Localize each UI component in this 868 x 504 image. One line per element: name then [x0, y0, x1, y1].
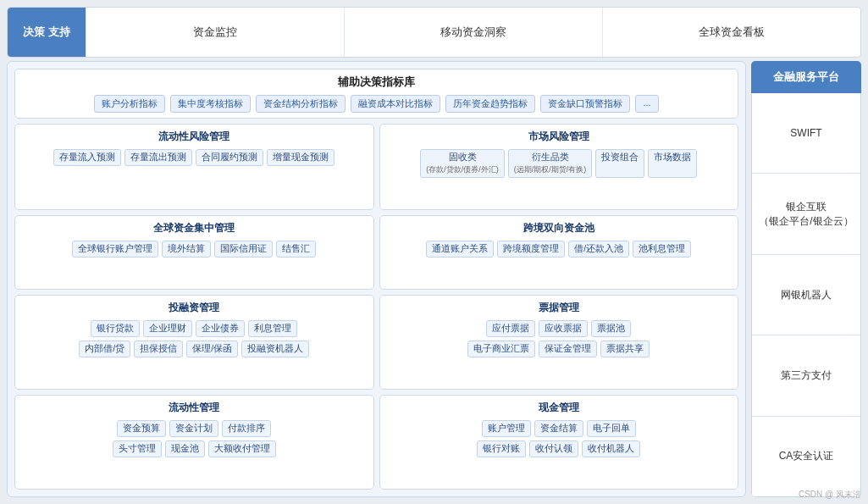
mgmt-tag[interactable]: 资金预算 [117, 420, 166, 437]
mgmt-tag[interactable]: 企业债券 [196, 320, 245, 337]
library-tag: 资金缺口预警指标 [540, 95, 630, 113]
mgmt-tag[interactable]: 资金结算 [534, 420, 583, 437]
mgmt-box: 全球资金集中管理全球银行账户管理境外结算国际信用证结售汇 [14, 215, 374, 290]
mgmt-tag[interactable]: 投融资机器人 [241, 341, 309, 357]
mgmt-tag[interactable]: 合同履约预测 [196, 149, 263, 166]
sidebar-title: 金融服务平台 [751, 61, 861, 93]
mgmt-box: 跨境双向资金池通道账户关系跨境额度管理借/还款入池池利息管理 [379, 215, 739, 290]
mgmt-tag-row: 存量流入预测存量流出预测合同履约预测增量现金预测 [22, 149, 367, 166]
mgmt-tag[interactable]: 跨境额度管理 [497, 241, 565, 258]
mgmt-tag[interactable]: 银行贷款 [91, 320, 140, 337]
mgmt-tag-row: 银行对账收付认领收付机器人 [387, 440, 732, 457]
mgmt-box: 现金管理账户管理资金结算电子回单银行对账收付认领收付机器人 [379, 395, 739, 490]
mgmt-tag[interactable]: 票据共享 [600, 341, 650, 357]
mgmt-tag[interactable]: 担保授信 [134, 341, 183, 357]
mgmt-box-title: 跨境双向资金池 [387, 221, 732, 235]
mgmt-tag[interactable]: 增量现金预测 [267, 149, 334, 166]
mgmt-box-title: 全球资金集中管理 [22, 221, 367, 235]
top-bar-items: 资金监控移动资金洞察全球资金看板 [86, 8, 860, 57]
top-bar-item[interactable]: 资金监控 [86, 8, 344, 57]
mgmt-tag[interactable]: 现金池 [165, 440, 205, 457]
library-tag: 资金结构分析指标 [256, 95, 346, 113]
mgmt-tag-row: 固收类(存款/贷款/债券/外汇)衍生品类(远期/期权/期货/有换)投资组合市场数… [387, 149, 732, 178]
library-tag: 集中度考核指标 [170, 95, 251, 113]
mgmt-box-title: 市场风险管理 [387, 130, 732, 144]
mgmt-tag[interactable]: 收付认领 [529, 440, 578, 457]
mgmt-tag[interactable]: 账户管理 [482, 420, 531, 437]
mgmt-tag[interactable]: 头寸管理 [113, 440, 162, 457]
mgmt-tag[interactable]: 投资组合 [595, 149, 644, 178]
mgmt-tag[interactable]: 电子商业汇票 [467, 341, 535, 357]
library-section: 辅助决策指标库 账户分析指标集中度考核指标资金结构分析指标融资成本对比指标历年资… [14, 69, 738, 119]
sidebar-item[interactable]: 银企互联 （银企平台/银企云） [752, 174, 860, 254]
library-title: 辅助决策指标库 [22, 75, 731, 90]
mgmt-tag[interactable]: 电子回单 [587, 420, 636, 437]
library-tag: 历年资金趋势指标 [445, 95, 535, 113]
sidebar-items: SWIFT银企互联 （银企平台/银企云）网银机器人第三方支付CA安全认证 [751, 93, 861, 497]
top-bar-item[interactable]: 移动资金洞察 [344, 8, 602, 57]
mgmt-box-title: 流动性管理 [22, 401, 367, 415]
mgmt-tag[interactable]: 池利息管理 [633, 241, 691, 258]
mgmt-tag[interactable]: 收付机器人 [582, 440, 640, 457]
mgmt-tag[interactable]: 存量流入预测 [53, 149, 121, 166]
main-area: 辅助决策指标库 账户分析指标集中度考核指标资金结构分析指标融资成本对比指标历年资… [7, 61, 861, 497]
mgmt-box-title: 现金管理 [387, 401, 732, 415]
top-bar-item[interactable]: 全球资金看板 [602, 8, 860, 57]
mgmt-tag[interactable]: 付款排序 [222, 420, 271, 437]
mgmt-tag-row: 全球银行账户管理境外结算国际信用证结售汇 [22, 241, 367, 258]
mgmt-tag[interactable]: 衍生品类(远期/期权/期货/有换) [508, 149, 593, 178]
mgmt-tag[interactable]: 市场数据 [648, 149, 697, 178]
mgmt-tag[interactable]: 票据池 [591, 320, 631, 337]
mgmt-tag[interactable]: 通道账户关系 [426, 241, 494, 258]
mgmt-tag-row: 通道账户关系跨境额度管理借/还款入池池利息管理 [387, 241, 732, 258]
mgmt-box: 流动性风险管理存量流入预测存量流出预测合同履约预测增量现金预测 [14, 124, 374, 210]
right-sidebar: 金融服务平台 SWIFT银企互联 （银企平台/银企云）网银机器人第三方支付CA安… [751, 61, 861, 497]
mgmt-tag[interactable]: 资金计划 [169, 420, 218, 437]
mgmt-box-title: 票据管理 [387, 301, 732, 315]
mgmt-tag-row: 电子商业汇票保证金管理票据共享 [387, 341, 732, 357]
decision-support-label: 决策 支持 [8, 8, 86, 57]
mgmt-box: 流动性管理资金预算资金计划付款排序头寸管理现金池大额收付管理 [14, 395, 374, 490]
mgmt-tag-row: 应付票据应收票据票据池 [387, 320, 732, 337]
mgmt-box-title: 流动性风险管理 [22, 130, 367, 144]
mgmt-tag[interactable]: 大额收付管理 [208, 440, 276, 457]
mgmt-tag-row: 资金预算资金计划付款排序 [22, 420, 367, 437]
mgmt-tag[interactable]: 企业理财 [143, 320, 192, 337]
mgmt-tag[interactable]: 固收类(存款/贷款/债券/外汇) [420, 149, 505, 178]
mgmt-tag[interactable]: 内部借/贷 [79, 341, 130, 357]
mgmt-box: 投融资管理银行贷款企业理财企业债券利息管理内部借/贷担保授信保理/保函投融资机器… [14, 295, 374, 390]
library-tag: 融资成本对比指标 [351, 95, 440, 113]
mgmt-box-title: 投融资管理 [22, 301, 367, 315]
library-tags: 账户分析指标集中度考核指标资金结构分析指标融资成本对比指标历年资金趋势指标资金缺… [22, 95, 731, 113]
sidebar-item[interactable]: SWIFT [752, 93, 860, 174]
mgmt-tag[interactable]: 存量流出预测 [124, 149, 192, 166]
center-panel: 辅助决策指标库 账户分析指标集中度考核指标资金结构分析指标融资成本对比指标历年资… [7, 61, 746, 497]
mgmt-tag[interactable]: 利息管理 [248, 320, 297, 337]
mgmt-tag-row: 头寸管理现金池大额收付管理 [22, 440, 367, 457]
mgmt-box: 票据管理应付票据应收票据票据池电子商业汇票保证金管理票据共享 [379, 295, 739, 390]
mgmt-tag[interactable]: 借/还款入池 [568, 241, 629, 258]
mgmt-tag[interactable]: 应付票据 [486, 320, 535, 337]
watermark: CSDN @ 风末涪 [799, 489, 861, 501]
mgmt-tag[interactable]: 银行对账 [477, 440, 526, 457]
mgmt-tag[interactable]: 保证金管理 [539, 341, 597, 357]
mgmt-box: 市场风险管理固收类(存款/贷款/债券/外汇)衍生品类(远期/期权/期货/有换)投… [379, 124, 739, 210]
mgmt-tag-row: 账户管理资金结算电子回单 [387, 420, 732, 437]
library-tag: 账户分析指标 [94, 95, 165, 113]
top-decision-bar: 决策 支持 资金监控移动资金洞察全球资金看板 [7, 7, 861, 58]
mgmt-tag-row: 内部借/贷担保授信保理/保函投融资机器人 [22, 341, 367, 357]
mgmt-tag[interactable]: 国际信用证 [214, 241, 273, 258]
sidebar-item[interactable]: 第三方支付 [752, 335, 860, 416]
mgmt-tag[interactable]: 结售汇 [276, 241, 316, 258]
mgmt-tag-row: 银行贷款企业理财企业债券利息管理 [22, 320, 367, 337]
sidebar-item[interactable]: 网银机器人 [752, 255, 860, 335]
management-grid: 流动性风险管理存量流入预测存量流出预测合同履约预测增量现金预测市场风险管理固收类… [14, 124, 738, 490]
mgmt-tag[interactable]: 保理/保函 [186, 341, 238, 357]
mgmt-tag[interactable]: 境外结算 [162, 241, 211, 258]
library-tag: ... [635, 95, 658, 113]
mgmt-tag[interactable]: 全球银行账户管理 [72, 241, 158, 258]
mgmt-tag[interactable]: 应收票据 [539, 320, 588, 337]
sidebar-item[interactable]: CA安全认证 [752, 417, 860, 496]
